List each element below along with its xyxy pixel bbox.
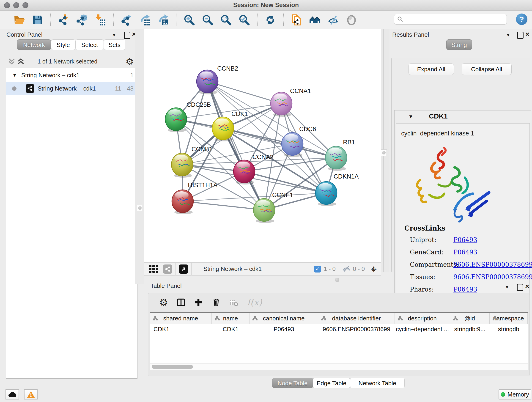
tab-string[interactable]: String: [446, 39, 472, 50]
table-cell[interactable]: stringdb:9...: [450, 324, 490, 334]
import-table-icon[interactable]: [94, 13, 107, 27]
refresh-icon[interactable]: [264, 13, 277, 27]
table-cell[interactable]: stringdb: [490, 324, 528, 334]
search-input[interactable]: [394, 14, 507, 25]
network-view-badge-icon[interactable]: [163, 264, 172, 274]
column-header-description[interactable]: description: [395, 313, 450, 324]
crosslink-link[interactable]: P06493: [453, 236, 477, 243]
table-cell[interactable]: CDK1: [212, 324, 249, 334]
memory-status-dot-icon: [500, 392, 505, 397]
home-icon[interactable]: [308, 13, 322, 27]
node-CCNA2[interactable]: [234, 160, 255, 185]
results-close-icon[interactable]: ✕: [525, 31, 530, 38]
help-button[interactable]: ?: [516, 13, 527, 25]
network-collection-row[interactable]: ▼ String Network – cdk1 1: [6, 69, 137, 82]
column-header-canonical-name[interactable]: canonical name: [249, 313, 318, 324]
column-header-shared-name[interactable]: shared name: [150, 313, 212, 324]
crosslink-link[interactable]: P06493: [453, 249, 477, 256]
export-table-icon[interactable]: [138, 13, 152, 27]
node-HIST1H1A[interactable]: [172, 190, 193, 214]
collapse-all-button[interactable]: Collapse All: [462, 64, 512, 75]
network-options-gear-icon[interactable]: ⚙: [126, 56, 134, 67]
birdseye-view-icon[interactable]: [179, 264, 188, 274]
column-header-name[interactable]: name: [212, 313, 249, 324]
memory-button[interactable]: Memory: [499, 389, 531, 400]
table-cell[interactable]: P06493: [249, 324, 318, 334]
crosslink-link[interactable]: 9606.ENSP00000378699: [453, 274, 532, 281]
status-bar: Memory: [0, 387, 532, 402]
table-settings-gear-icon[interactable]: ⚙: [158, 296, 170, 308]
table-row[interactable]: CDK1CDK1P064939606.ENSP00000378699cyclin…: [150, 324, 528, 334]
results-float-icon[interactable]: [517, 32, 524, 39]
network-canvas[interactable]: CCNB2CCNA1CDC25BCDK1CDC6RB1CCNB1CCNA2CDK…: [144, 29, 381, 262]
show-detail-icon[interactable]: [345, 13, 358, 27]
collection-expander-icon[interactable]: ▼: [12, 72, 17, 78]
table-hscrollbar[interactable]: [150, 363, 528, 370]
tab-sets[interactable]: Sets: [104, 39, 125, 50]
table-float-icon[interactable]: [517, 284, 523, 291]
grid-view-icon[interactable]: [149, 265, 159, 273]
tab-style[interactable]: Style: [51, 39, 75, 50]
column-header-namespace[interactable]: namespace: [490, 313, 528, 324]
network-row-selected[interactable]: String Network – cdk1 11 48: [6, 82, 137, 95]
table-cell[interactable]: cyclin–dependent ...: [395, 324, 450, 334]
tab-select[interactable]: Select: [75, 39, 104, 50]
zoom-in-icon[interactable]: [183, 13, 196, 27]
crosshair-icon[interactable]: ⌖: [371, 264, 377, 274]
show-columns-icon[interactable]: [175, 296, 187, 308]
add-column-icon[interactable]: [192, 296, 204, 308]
string-document-icon[interactable]: [290, 13, 303, 27]
network-graph[interactable]: CCNB2CCNA1CDC25BCDK1CDC6RB1CCNB1CCNA2CDK…: [144, 29, 381, 262]
export-network-icon[interactable]: [120, 13, 133, 27]
column-header-database-identifier[interactable]: database identifier: [318, 313, 395, 324]
right-splitter-handle[interactable]: [381, 149, 387, 156]
delete-column-icon[interactable]: [210, 296, 222, 308]
tab-network-table[interactable]: Network Table: [350, 378, 405, 388]
node-CDC6[interactable]: [282, 133, 303, 157]
hide-detail-icon[interactable]: [326, 13, 340, 27]
node-CCNA1[interactable]: [271, 92, 292, 117]
import-network-icon[interactable]: [57, 13, 70, 27]
zoom-selected-icon[interactable]: [238, 13, 251, 27]
save-session-icon[interactable]: [31, 13, 44, 27]
delete-table-icon[interactable]: [228, 296, 240, 308]
table-menu-icon[interactable]: ▾: [506, 284, 508, 290]
function-builder-icon[interactable]: f(x): [244, 296, 265, 308]
column-header--id[interactable]: @id: [450, 313, 490, 324]
tab-node-table[interactable]: Node Table: [272, 378, 313, 388]
edge-CDK1-RB1[interactable]: [223, 128, 336, 158]
tab-network[interactable]: Network: [17, 39, 51, 50]
horizontal-splitter-handle[interactable]: [335, 278, 339, 282]
table-close-icon[interactable]: ✕: [525, 283, 530, 290]
node-CDKN1A[interactable]: [316, 182, 337, 206]
tab-edge-table[interactable]: Edge Table: [313, 378, 350, 388]
edge-HIST1H1A-CCNE1[interactable]: [183, 201, 264, 210]
node-CCNE1[interactable]: [253, 198, 275, 223]
node-CCNB1[interactable]: [171, 153, 193, 178]
zoom-fit-icon[interactable]: [219, 13, 233, 27]
node-RB1[interactable]: [325, 146, 347, 171]
open-session-icon[interactable]: [13, 13, 26, 27]
edge-CCNB2-CCNE1[interactable]: [207, 81, 264, 210]
left-splitter-handle[interactable]: [137, 205, 143, 211]
panel-float-icon[interactable]: [124, 32, 130, 39]
left-splitter[interactable]: [135, 29, 144, 284]
crosslink-link[interactable]: P06493: [453, 286, 477, 293]
expand-all-button[interactable]: Expand All: [409, 64, 454, 75]
zoom-out-icon[interactable]: [201, 13, 214, 27]
cdk1-expander-icon[interactable]: ▼: [408, 114, 413, 120]
table-cell[interactable]: CDK1: [150, 324, 212, 334]
crosslink-link[interactable]: 9606.ENSP00000378699: [453, 261, 532, 268]
edge-CCNB2-CCNA1[interactable]: [207, 81, 281, 104]
selected-checkbox-icon[interactable]: ✓: [314, 266, 321, 273]
panel-menu-icon[interactable]: ▾: [113, 32, 115, 38]
table-cell[interactable]: 9606.ENSP00000378699: [318, 324, 395, 334]
results-menu-icon[interactable]: ▾: [507, 32, 510, 38]
warnings-button[interactable]: [24, 389, 38, 400]
node-CDC25B[interactable]: [165, 108, 187, 132]
cloud-status-button[interactable]: [6, 389, 19, 400]
table-hscrollbar-thumb[interactable]: [152, 365, 193, 369]
export-image-icon[interactable]: [157, 13, 170, 27]
import-database-icon[interactable]: [75, 13, 89, 27]
node-table[interactable]: shared namenamecanonical namedatabase id…: [150, 313, 528, 370]
